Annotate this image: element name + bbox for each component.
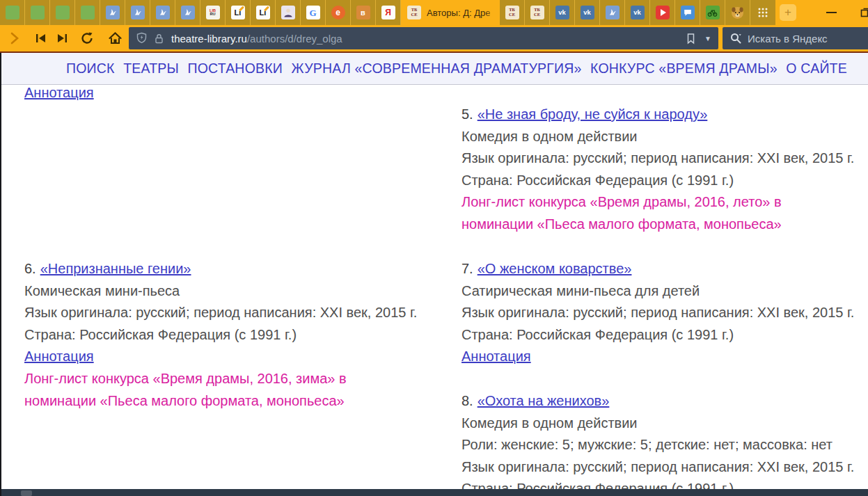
browser-tab[interactable] bbox=[675, 0, 700, 25]
browser-tab[interactable]: ТБСЕ bbox=[500, 0, 525, 25]
new-tab-button[interactable]: + bbox=[775, 0, 800, 25]
youtube-favicon-icon bbox=[656, 6, 670, 19]
url-text[interactable]: theatre-library.ru/authors/d/drey_olga bbox=[171, 33, 342, 45]
play-country: Страна: Российская Федерация (с 1991 г.) bbox=[24, 324, 427, 346]
search-placeholder: Искать в Яндекс bbox=[748, 33, 828, 45]
green-app-favicon-icon bbox=[81, 6, 95, 19]
play-roles: Роли: женские: 5; мужские: 5; детские: н… bbox=[461, 434, 864, 456]
window-maximize-button[interactable] bbox=[857, 0, 868, 25]
annotation-link[interactable]: Аннотация bbox=[24, 86, 94, 104]
annotation-link[interactable]: Аннотация bbox=[24, 349, 94, 364]
nav-item-6[interactable]: О САЙТЕ bbox=[786, 61, 847, 77]
play-title-line: 7.«О женском коварстве» bbox=[461, 258, 864, 280]
chevron-right-icon bbox=[10, 32, 19, 45]
browser-tab[interactable]: Li bbox=[226, 0, 251, 25]
browser-tab[interactable]: Я bbox=[376, 0, 401, 25]
nav-item-3[interactable]: ПОСТАНОВКИ bbox=[187, 61, 283, 77]
play-number: 7. bbox=[461, 261, 473, 276]
annotation-link[interactable]: Аннотация bbox=[461, 349, 531, 364]
play-title-link[interactable]: «Непризнанные гении» bbox=[40, 261, 191, 276]
play-title-line: 5.«Не зная броду, не суйся к народу» bbox=[461, 104, 864, 126]
bookmark-icon[interactable] bbox=[686, 33, 696, 45]
v-orange-favicon-icon: в bbox=[356, 6, 370, 19]
play-title-line: 6.«Непризнанные гении» bbox=[24, 258, 427, 280]
nav-item-1[interactable]: ПОИСК bbox=[66, 61, 115, 77]
play-genre: Комическая мини-пьеса bbox=[24, 280, 427, 303]
play-award: Лонг-лист конкурса «Время драмы, 2016, з… bbox=[24, 368, 406, 412]
browser-tab[interactable]: ТБСЕ bbox=[525, 0, 550, 25]
vk-favicon-icon: vk bbox=[631, 6, 645, 19]
play-annotation-line: Аннотация bbox=[24, 346, 427, 368]
nav-item-5[interactable]: КОНКУРС «ВРЕМЯ ДРАМЫ» bbox=[590, 61, 778, 77]
browser-tab[interactable] bbox=[650, 0, 675, 25]
maximize-icon bbox=[860, 8, 868, 17]
chat-favicon-icon bbox=[681, 6, 695, 19]
search-magnifier-icon bbox=[729, 32, 742, 45]
forward-button[interactable] bbox=[53, 25, 72, 51]
nav-item-4[interactable]: ЖУРНАЛ «СОВРЕМЕННАЯ ДРАМАТУРГИЯ» bbox=[292, 61, 582, 77]
browser-tab[interactable] bbox=[175, 0, 200, 25]
window-minimize-button[interactable] bbox=[821, 0, 842, 25]
browser-tab-active[interactable]: ТБСЕАвторы: Д: Дре bbox=[401, 0, 500, 25]
browser-tab[interactable] bbox=[276, 0, 301, 25]
browser-tab[interactable]: e bbox=[326, 0, 351, 25]
play-annotation-line: Аннотация bbox=[461, 346, 864, 368]
bookmark-dropdown-caret[interactable]: ▼ bbox=[704, 35, 711, 42]
browser-tab[interactable] bbox=[150, 0, 175, 25]
yandex-search-box[interactable]: Искать в Яндекс bbox=[723, 27, 868, 49]
protect-shield-icon[interactable] bbox=[136, 32, 148, 45]
browser-tab[interactable] bbox=[100, 0, 125, 25]
browser-tab[interactable]: LIBRU bbox=[200, 0, 226, 25]
browser-tab[interactable] bbox=[725, 0, 750, 25]
nav-item-2[interactable]: ТЕАТРЫ bbox=[123, 61, 179, 77]
play-country: Страна: Российская Федерация (с 1991 г.) bbox=[461, 170, 864, 192]
browser-tab[interactable] bbox=[75, 0, 100, 25]
browser-tab[interactable] bbox=[0, 0, 25, 25]
sidebar-toggle-button[interactable] bbox=[6, 25, 24, 51]
address-bar[interactable]: theatre-library.ru/authors/d/drey_olga ▼ bbox=[129, 27, 718, 49]
theatre-favicon-icon: ТБСЕ bbox=[505, 6, 519, 19]
browser-tab[interactable] bbox=[50, 0, 75, 25]
home-icon bbox=[108, 31, 123, 45]
browser-tab[interactable] bbox=[125, 0, 150, 25]
play-title-link[interactable]: «Не зная броду, не суйся к народу» bbox=[478, 106, 708, 122]
play-title-link[interactable]: «О женском коварстве» bbox=[478, 261, 632, 276]
browser-tab[interactable]: vk bbox=[575, 0, 600, 25]
browser-tab[interactable]: vk bbox=[550, 0, 575, 25]
google-favicon-icon: G bbox=[306, 6, 320, 19]
vk-favicon-icon: vk bbox=[581, 6, 594, 19]
play-entry-8: 8.«Охота на женихов» Комедия в одном дей… bbox=[461, 390, 864, 489]
browser-tab[interactable]: Li bbox=[251, 0, 276, 25]
green-app-favicon-icon bbox=[6, 6, 19, 19]
browser-toolbar: theatre-library.ru/authors/d/drey_olga ▼… bbox=[0, 25, 868, 53]
play-entry-6: 6.«Непризнанные гении» Комическая мини-п… bbox=[24, 258, 427, 412]
vk-favicon-icon: vk bbox=[555, 6, 569, 19]
all-tabs-button[interactable] bbox=[750, 0, 775, 25]
taskbar-sliver[interactable] bbox=[0, 489, 868, 496]
play-award: Лонг-лист конкурса «Время драмы, 2016, л… bbox=[461, 191, 843, 235]
play-entry-7: 7.«О женском коварстве» Сатирическая мин… bbox=[461, 258, 864, 368]
play-country: Страна: Российская Федерация (с 1991 г.) bbox=[461, 478, 864, 489]
home-button[interactable] bbox=[104, 25, 125, 51]
browser-tab[interactable] bbox=[600, 0, 625, 25]
green-app-favicon-icon bbox=[31, 6, 45, 19]
browser-tab[interactable]: G bbox=[301, 0, 326, 25]
libru-favicon-icon: LIBRU bbox=[206, 6, 220, 19]
browser-tab[interactable]: в bbox=[351, 0, 376, 25]
back-button[interactable] bbox=[31, 25, 50, 51]
play-title-line: 8.«Охота на женихов» bbox=[461, 390, 864, 413]
reload-button[interactable] bbox=[77, 25, 97, 51]
lock-icon[interactable] bbox=[154, 33, 164, 45]
taskbar-icon bbox=[21, 490, 32, 496]
browser-tab[interactable]: vk bbox=[625, 0, 650, 25]
bike-green-favicon-icon bbox=[706, 6, 720, 19]
play-entry-5: 5.«Не зная броду, не суйся к народу» Ком… bbox=[461, 104, 864, 236]
book-blue-favicon-icon bbox=[156, 6, 170, 19]
browser-tab[interactable] bbox=[700, 0, 725, 25]
browser-tab[interactable] bbox=[25, 0, 50, 25]
addressbar-actions: ▼ bbox=[686, 33, 718, 45]
play-title-link[interactable]: «Охота на женихов» bbox=[478, 393, 610, 408]
play-language: Язык оригинала: русский; период написани… bbox=[461, 302, 864, 324]
play-language: Язык оригинала: русский; период написани… bbox=[24, 302, 427, 324]
window-left-border bbox=[0, 53, 1, 496]
